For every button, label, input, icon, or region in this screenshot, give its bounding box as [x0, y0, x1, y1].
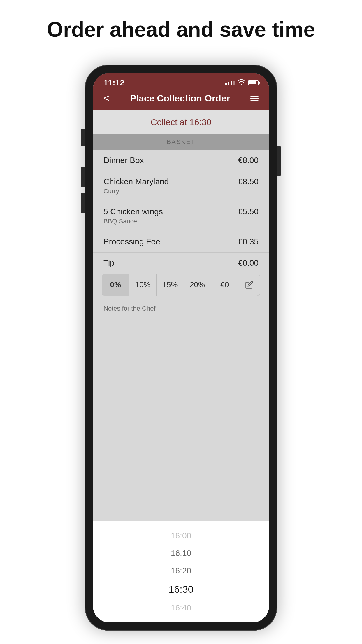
tip-option-10[interactable]: 10%	[129, 274, 157, 296]
item-details: Dinner Box	[103, 156, 144, 165]
time-picker[interactable]: 16:00 16:10 16:20 16:30 16:40	[93, 521, 269, 622]
item-sub: Curry	[103, 188, 169, 195]
tip-value: €0.00	[238, 258, 259, 268]
menu-button[interactable]	[250, 96, 259, 101]
item-name: Dinner Box	[103, 156, 144, 165]
basket-header: BASKET	[93, 134, 269, 150]
item-details: Chicken Maryland Curry	[103, 177, 169, 195]
signal-icon	[225, 80, 235, 85]
processing-fee-label: Processing Fee	[103, 237, 160, 246]
status-time: 11:12	[103, 78, 124, 88]
item-sub: BBQ Sauce	[103, 218, 163, 225]
tip-option-15[interactable]: 15%	[157, 274, 184, 296]
time-option-1620[interactable]: 16:20	[93, 562, 269, 580]
phone-screen: 11:12	[93, 73, 269, 622]
processing-fee-row: Processing Fee €0.35	[93, 231, 269, 253]
phone-device: 11:12	[85, 65, 277, 631]
vol-up-button	[81, 167, 85, 187]
item-details: 5 Chicken wings BBQ Sauce	[103, 207, 163, 225]
tip-label: Tip	[103, 258, 115, 268]
back-button[interactable]: <	[103, 92, 110, 104]
time-option-1600[interactable]: 16:00	[93, 527, 269, 545]
status-bar: 11:12	[93, 73, 269, 88]
processing-fee-price: €0.35	[238, 237, 259, 246]
order-item: Chicken Maryland Curry €8.50	[93, 171, 269, 201]
tip-option-0[interactable]: 0%	[102, 274, 129, 296]
item-price: €5.50	[238, 207, 259, 216]
time-option-1610[interactable]: 16:10	[93, 545, 269, 562]
time-option-1630[interactable]: 16:30	[93, 580, 269, 599]
time-option-1640[interactable]: 16:40	[93, 599, 269, 617]
tip-option-custom[interactable]: €0	[211, 274, 238, 296]
nav-title: Place Collection Order	[110, 93, 250, 104]
tip-option-20[interactable]: 20%	[184, 274, 211, 296]
order-item: Dinner Box €8.00	[93, 150, 269, 171]
notes-section: Notes for the Chef	[93, 302, 269, 318]
order-item: 5 Chicken wings BBQ Sauce €5.50	[93, 201, 269, 231]
item-price: €8.50	[238, 177, 259, 186]
collect-time-label: Collect at 16:30	[151, 117, 211, 127]
notes-label: Notes for the Chef	[103, 305, 259, 312]
item-price: €8.00	[238, 156, 259, 165]
wifi-icon	[238, 79, 245, 87]
item-name: 5 Chicken wings	[103, 207, 163, 216]
page-headline: Order ahead and save time	[35, 18, 327, 41]
nav-bar: < Place Collection Order	[93, 88, 269, 110]
vol-down-button	[81, 193, 85, 214]
tip-edit-button[interactable]	[238, 274, 260, 296]
tip-row: Tip €0.00	[93, 253, 269, 274]
collect-bar[interactable]: Collect at 16:30	[93, 110, 269, 134]
items-area: Dinner Box €8.00 Chicken Maryland Curry …	[93, 150, 269, 521]
battery-icon	[248, 80, 259, 85]
tip-selector: 0% 10% 15% 20% €0	[102, 274, 260, 296]
item-name: Chicken Maryland	[103, 177, 169, 186]
status-icons	[225, 79, 259, 87]
